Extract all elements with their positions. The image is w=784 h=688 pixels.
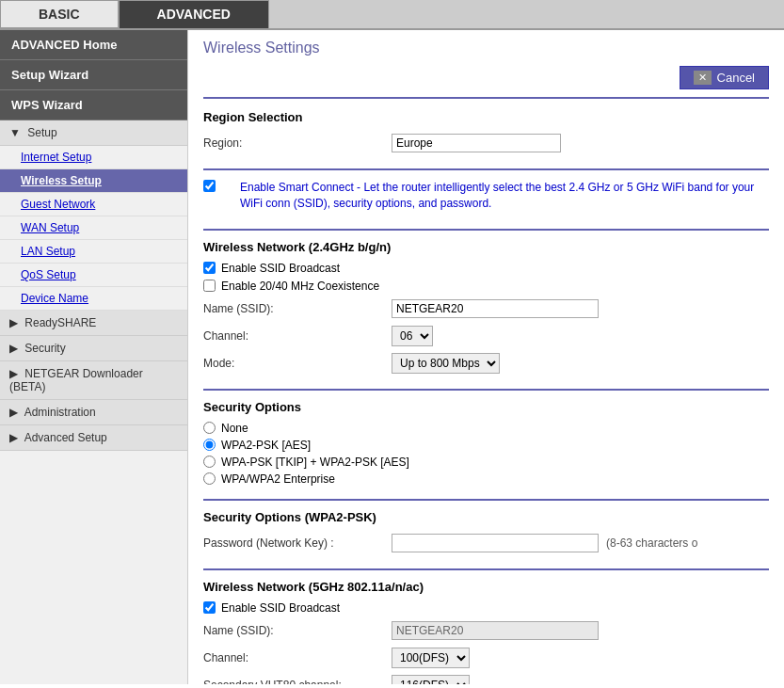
cancel-button[interactable]: ✕ Cancel <box>680 66 769 89</box>
radio-none[interactable] <box>203 422 216 434</box>
ssid-24-row: Name (SSID): <box>203 297 769 320</box>
radio-wpa-wpa2-row: WPA-PSK [TKIP] + WPA2-PSK [AES] <box>203 456 769 469</box>
sidebar-link-qos-setup[interactable]: QoS Setup <box>0 264 187 287</box>
security-options-section: Security Options None WPA2-PSK [AES] WPA… <box>203 400 769 501</box>
top-tabs: BASIC ADVANCED <box>0 0 784 30</box>
tab-basic[interactable]: BASIC <box>0 0 119 28</box>
cancel-x-icon: ✕ <box>694 71 712 85</box>
sidebar-link-wireless-setup[interactable]: Wireless Setup <box>0 169 187 193</box>
region-section-title: Region Selection <box>203 110 769 124</box>
channel-24-row: Channel: 06 <box>203 325 769 347</box>
mode-24-row: Mode: Up to 800 Mbps <box>203 352 769 375</box>
sidebar-link-device-name[interactable]: Device Name <box>0 287 187 311</box>
region-input[interactable] <box>392 134 561 152</box>
arrow-icon-admin: ▶ <box>9 406 18 419</box>
security-options-title: Security Options <box>203 400 769 414</box>
radio-enterprise-label: WPA/WPA2 Enterprise <box>221 472 335 486</box>
password-hint: (8-63 characters o <box>606 536 697 550</box>
sidebar-section-setup[interactable]: ▼ Setup <box>0 120 187 146</box>
sidebar-item-advanced-home[interactable]: ADVANCED Home <box>0 30 187 60</box>
mode-24-label: Mode: <box>203 357 392 370</box>
sidebar-link-wan-setup[interactable]: WAN Setup <box>0 216 187 240</box>
smart-connect-section: Enable Smart Connect - Let the router in… <box>203 180 769 231</box>
radio-none-row: None <box>203 422 769 435</box>
wireless-24-section: Wireless Network (2.4GHz b/g/n) Enable S… <box>203 240 769 391</box>
wireless-24-title: Wireless Network (2.4GHz b/g/n) <box>203 240 769 254</box>
wpa2-section-title: Security Options (WPA2-PSK) <box>203 510 769 524</box>
sidebar-section-administration[interactable]: ▶ Administration <box>0 400 187 425</box>
tab-advanced[interactable]: ADVANCED <box>119 0 269 28</box>
arrow-icon: ▼ <box>9 126 21 139</box>
enable-ssid-24-label: Enable SSID Broadcast <box>221 262 340 275</box>
wpa2-section: Security Options (WPA2-PSK) Password (Ne… <box>203 510 769 570</box>
mode-24-select[interactable]: Up to 800 Mbps <box>392 353 500 374</box>
secondary-vht80-label: Secondary VHT80 channel: <box>203 679 392 684</box>
radio-enterprise[interactable] <box>203 472 216 485</box>
ssid-5g-value <box>392 621 769 640</box>
enable-2040-checkbox[interactable] <box>203 280 216 292</box>
channel-24-select[interactable]: 06 <box>392 326 433 346</box>
radio-wpa2-label: WPA2-PSK [AES] <box>221 439 311 452</box>
region-section: Region Selection Region: <box>203 110 769 170</box>
sidebar-link-lan-setup[interactable]: LAN Setup <box>0 240 187 264</box>
smart-connect-text: Enable Smart Connect - Let the router in… <box>240 180 769 212</box>
password-row: Password (Network Key) : (8-63 character… <box>203 532 769 554</box>
smart-connect-checkbox[interactable] <box>203 180 216 192</box>
enable-ssid-5g-label: Enable SSID Broadcast <box>221 601 340 615</box>
sidebar-section-readyshare[interactable]: ▶ ReadySHARE <box>0 311 187 336</box>
sidebar-section-security[interactable]: ▶ Security <box>0 336 187 361</box>
secondary-vht80-value: 116(DFS) <box>392 675 769 684</box>
channel-5g-select[interactable]: 100(DFS) <box>392 648 470 668</box>
region-value <box>392 134 769 152</box>
ssid-5g-label: Name (SSID): <box>203 624 392 637</box>
arrow-icon-netgear: ▶ <box>9 367 18 380</box>
region-label: Region: <box>203 136 392 150</box>
enable-2040-label: Enable 20/40 MHz Coexistence <box>221 280 379 293</box>
action-bar: ✕ Cancel <box>203 66 769 99</box>
sidebar-item-setup-wizard[interactable]: Setup Wizard <box>0 60 187 90</box>
ssid-24-input[interactable] <box>392 299 599 318</box>
enable-2040-row: Enable 20/40 MHz Coexistence <box>203 280 769 293</box>
ssid-5g-row: Name (SSID): <box>203 619 769 642</box>
channel-5g-row: Channel: 100(DFS) <box>203 647 769 669</box>
enable-ssid-24-checkbox[interactable] <box>203 262 216 274</box>
secondary-vht80-row: Secondary VHT80 channel: 116(DFS) <box>203 674 769 684</box>
sidebar-item-wps-wizard[interactable]: WPS Wizard <box>0 90 187 120</box>
radio-wpa-wpa2-label: WPA-PSK [TKIP] + WPA2-PSK [AES] <box>221 456 409 469</box>
sidebar-link-guest-network[interactable]: Guest Network <box>0 193 187 216</box>
smart-connect-row: Enable Smart Connect - Let the router in… <box>203 180 769 212</box>
enable-ssid-5g-row: Enable SSID Broadcast <box>203 601 769 615</box>
channel-5g-value: 100(DFS) <box>392 648 769 668</box>
radio-none-label: None <box>221 422 248 435</box>
ssid-5g-input[interactable] <box>392 621 599 640</box>
sidebar-link-internet-setup[interactable]: Internet Setup <box>0 146 187 169</box>
sidebar-section-advanced-setup[interactable]: ▶ Advanced Setup <box>0 425 187 451</box>
sidebar: ADVANCED Home Setup Wizard WPS Wizard ▼ … <box>0 30 188 684</box>
page-title: Wireless Settings <box>203 40 769 56</box>
ssid-24-value <box>392 299 769 318</box>
radio-wpa-wpa2[interactable] <box>203 456 216 468</box>
channel-24-label: Channel: <box>203 329 392 343</box>
arrow-icon-advsetup: ▶ <box>9 431 18 444</box>
mode-24-value: Up to 800 Mbps <box>392 353 769 374</box>
main-layout: ADVANCED Home Setup Wizard WPS Wizard ▼ … <box>0 30 784 684</box>
wireless-5g-section: Wireless Network (5GHz 802.11a/n/ac) Ena… <box>203 580 769 684</box>
ssid-24-label: Name (SSID): <box>203 302 392 315</box>
channel-5g-label: Channel: <box>203 651 392 664</box>
radio-enterprise-row: WPA/WPA2 Enterprise <box>203 472 769 486</box>
radio-wpa2-psk[interactable] <box>203 439 216 451</box>
region-row: Region: <box>203 132 769 154</box>
enable-ssid-24-row: Enable SSID Broadcast <box>203 262 769 275</box>
password-label: Password (Network Key) : <box>203 536 392 550</box>
wireless-5g-title: Wireless Network (5GHz 802.11a/n/ac) <box>203 580 769 594</box>
radio-wpa2-row: WPA2-PSK [AES] <box>203 439 769 452</box>
content-area: Wireless Settings ✕ Cancel Region Select… <box>188 30 784 684</box>
secondary-vht80-select[interactable]: 116(DFS) <box>392 675 470 684</box>
channel-24-value: 06 <box>392 326 769 346</box>
enable-ssid-5g-checkbox[interactable] <box>203 601 216 614</box>
password-input[interactable] <box>392 534 599 552</box>
sidebar-section-netgear-downloader[interactable]: ▶ NETGEAR Downloader (BETA) <box>0 361 187 400</box>
arrow-icon-security: ▶ <box>9 342 18 355</box>
password-value: (8-63 characters o <box>392 534 769 552</box>
arrow-icon-readyshare: ▶ <box>9 316 18 329</box>
